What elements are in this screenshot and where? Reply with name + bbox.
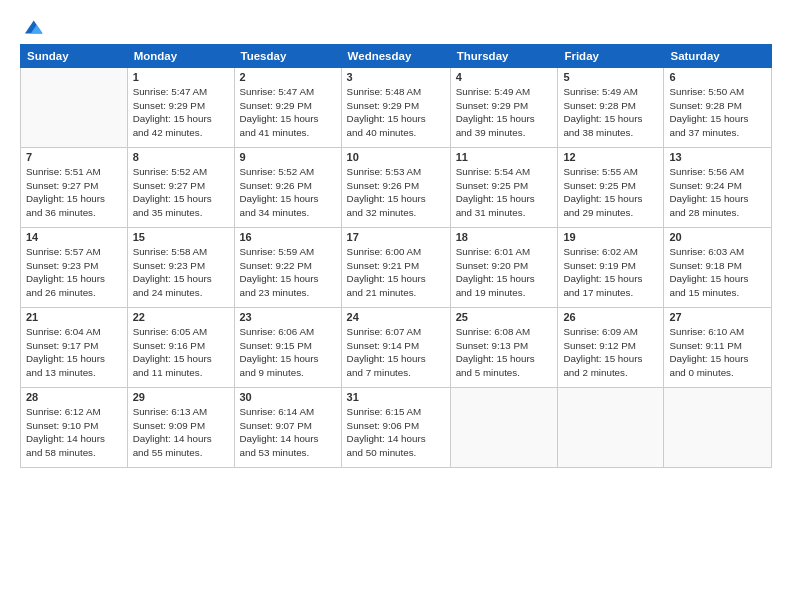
cell-info: Sunrise: 5:56 AMSunset: 9:24 PMDaylight:… — [669, 165, 766, 220]
calendar-cell: 5Sunrise: 5:49 AMSunset: 9:28 PMDaylight… — [558, 68, 664, 148]
cell-info: Sunrise: 5:55 AMSunset: 9:25 PMDaylight:… — [563, 165, 658, 220]
logo-icon — [22, 16, 44, 38]
calendar-cell: 18Sunrise: 6:01 AMSunset: 9:20 PMDayligh… — [450, 228, 558, 308]
calendar-week-5: 28Sunrise: 6:12 AMSunset: 9:10 PMDayligh… — [21, 388, 772, 468]
calendar-cell: 25Sunrise: 6:08 AMSunset: 9:13 PMDayligh… — [450, 308, 558, 388]
day-number: 4 — [456, 71, 553, 83]
calendar-header-row: SundayMondayTuesdayWednesdayThursdayFrid… — [21, 45, 772, 68]
cell-info: Sunrise: 6:00 AMSunset: 9:21 PMDaylight:… — [347, 245, 445, 300]
cell-info: Sunrise: 6:04 AMSunset: 9:17 PMDaylight:… — [26, 325, 122, 380]
calendar-cell: 10Sunrise: 5:53 AMSunset: 9:26 PMDayligh… — [341, 148, 450, 228]
cell-info: Sunrise: 5:59 AMSunset: 9:22 PMDaylight:… — [240, 245, 336, 300]
day-number: 10 — [347, 151, 445, 163]
cell-info: Sunrise: 5:52 AMSunset: 9:27 PMDaylight:… — [133, 165, 229, 220]
day-number: 11 — [456, 151, 553, 163]
day-number: 26 — [563, 311, 658, 323]
cell-info: Sunrise: 5:50 AMSunset: 9:28 PMDaylight:… — [669, 85, 766, 140]
cell-info: Sunrise: 5:53 AMSunset: 9:26 PMDaylight:… — [347, 165, 445, 220]
calendar-cell: 6Sunrise: 5:50 AMSunset: 9:28 PMDaylight… — [664, 68, 772, 148]
cell-info: Sunrise: 6:10 AMSunset: 9:11 PMDaylight:… — [669, 325, 766, 380]
calendar-cell: 19Sunrise: 6:02 AMSunset: 9:19 PMDayligh… — [558, 228, 664, 308]
day-number: 31 — [347, 391, 445, 403]
cell-info: Sunrise: 5:57 AMSunset: 9:23 PMDaylight:… — [26, 245, 122, 300]
calendar-header-saturday: Saturday — [664, 45, 772, 68]
calendar-cell: 11Sunrise: 5:54 AMSunset: 9:25 PMDayligh… — [450, 148, 558, 228]
cell-info: Sunrise: 6:12 AMSunset: 9:10 PMDaylight:… — [26, 405, 122, 460]
calendar-week-3: 14Sunrise: 5:57 AMSunset: 9:23 PMDayligh… — [21, 228, 772, 308]
cell-info: Sunrise: 6:14 AMSunset: 9:07 PMDaylight:… — [240, 405, 336, 460]
logo — [20, 16, 44, 34]
cell-info: Sunrise: 5:49 AMSunset: 9:29 PMDaylight:… — [456, 85, 553, 140]
day-number: 24 — [347, 311, 445, 323]
calendar-cell — [664, 388, 772, 468]
day-number: 19 — [563, 231, 658, 243]
cell-info: Sunrise: 5:51 AMSunset: 9:27 PMDaylight:… — [26, 165, 122, 220]
calendar-cell: 21Sunrise: 6:04 AMSunset: 9:17 PMDayligh… — [21, 308, 128, 388]
calendar-cell — [21, 68, 128, 148]
cell-info: Sunrise: 5:48 AMSunset: 9:29 PMDaylight:… — [347, 85, 445, 140]
calendar-cell: 27Sunrise: 6:10 AMSunset: 9:11 PMDayligh… — [664, 308, 772, 388]
calendar-week-2: 7Sunrise: 5:51 AMSunset: 9:27 PMDaylight… — [21, 148, 772, 228]
calendar-cell: 31Sunrise: 6:15 AMSunset: 9:06 PMDayligh… — [341, 388, 450, 468]
calendar-header-monday: Monday — [127, 45, 234, 68]
cell-info: Sunrise: 5:47 AMSunset: 9:29 PMDaylight:… — [133, 85, 229, 140]
calendar-cell: 17Sunrise: 6:00 AMSunset: 9:21 PMDayligh… — [341, 228, 450, 308]
cell-info: Sunrise: 6:13 AMSunset: 9:09 PMDaylight:… — [133, 405, 229, 460]
calendar-cell: 7Sunrise: 5:51 AMSunset: 9:27 PMDaylight… — [21, 148, 128, 228]
cell-info: Sunrise: 5:49 AMSunset: 9:28 PMDaylight:… — [563, 85, 658, 140]
day-number: 14 — [26, 231, 122, 243]
cell-info: Sunrise: 6:15 AMSunset: 9:06 PMDaylight:… — [347, 405, 445, 460]
calendar-cell: 12Sunrise: 5:55 AMSunset: 9:25 PMDayligh… — [558, 148, 664, 228]
calendar-cell: 8Sunrise: 5:52 AMSunset: 9:27 PMDaylight… — [127, 148, 234, 228]
cell-info: Sunrise: 6:03 AMSunset: 9:18 PMDaylight:… — [669, 245, 766, 300]
calendar-cell: 4Sunrise: 5:49 AMSunset: 9:29 PMDaylight… — [450, 68, 558, 148]
cell-info: Sunrise: 5:52 AMSunset: 9:26 PMDaylight:… — [240, 165, 336, 220]
cell-info: Sunrise: 5:58 AMSunset: 9:23 PMDaylight:… — [133, 245, 229, 300]
calendar-cell: 30Sunrise: 6:14 AMSunset: 9:07 PMDayligh… — [234, 388, 341, 468]
day-number: 30 — [240, 391, 336, 403]
day-number: 6 — [669, 71, 766, 83]
cell-info: Sunrise: 5:47 AMSunset: 9:29 PMDaylight:… — [240, 85, 336, 140]
calendar-cell — [558, 388, 664, 468]
day-number: 9 — [240, 151, 336, 163]
cell-info: Sunrise: 6:09 AMSunset: 9:12 PMDaylight:… — [563, 325, 658, 380]
calendar-cell: 13Sunrise: 5:56 AMSunset: 9:24 PMDayligh… — [664, 148, 772, 228]
day-number: 5 — [563, 71, 658, 83]
day-number: 25 — [456, 311, 553, 323]
day-number: 28 — [26, 391, 122, 403]
calendar-cell: 2Sunrise: 5:47 AMSunset: 9:29 PMDaylight… — [234, 68, 341, 148]
calendar-cell: 23Sunrise: 6:06 AMSunset: 9:15 PMDayligh… — [234, 308, 341, 388]
day-number: 2 — [240, 71, 336, 83]
calendar-cell: 16Sunrise: 5:59 AMSunset: 9:22 PMDayligh… — [234, 228, 341, 308]
cell-info: Sunrise: 5:54 AMSunset: 9:25 PMDaylight:… — [456, 165, 553, 220]
calendar-cell: 29Sunrise: 6:13 AMSunset: 9:09 PMDayligh… — [127, 388, 234, 468]
calendar-cell: 24Sunrise: 6:07 AMSunset: 9:14 PMDayligh… — [341, 308, 450, 388]
day-number: 13 — [669, 151, 766, 163]
day-number: 18 — [456, 231, 553, 243]
day-number: 23 — [240, 311, 336, 323]
calendar-week-1: 1Sunrise: 5:47 AMSunset: 9:29 PMDaylight… — [21, 68, 772, 148]
calendar-cell: 15Sunrise: 5:58 AMSunset: 9:23 PMDayligh… — [127, 228, 234, 308]
day-number: 3 — [347, 71, 445, 83]
cell-info: Sunrise: 6:06 AMSunset: 9:15 PMDaylight:… — [240, 325, 336, 380]
day-number: 8 — [133, 151, 229, 163]
day-number: 7 — [26, 151, 122, 163]
calendar-header-friday: Friday — [558, 45, 664, 68]
calendar-cell: 14Sunrise: 5:57 AMSunset: 9:23 PMDayligh… — [21, 228, 128, 308]
calendar-cell: 22Sunrise: 6:05 AMSunset: 9:16 PMDayligh… — [127, 308, 234, 388]
day-number: 29 — [133, 391, 229, 403]
cell-info: Sunrise: 6:07 AMSunset: 9:14 PMDaylight:… — [347, 325, 445, 380]
calendar-cell: 20Sunrise: 6:03 AMSunset: 9:18 PMDayligh… — [664, 228, 772, 308]
day-number: 17 — [347, 231, 445, 243]
cell-info: Sunrise: 6:01 AMSunset: 9:20 PMDaylight:… — [456, 245, 553, 300]
calendar-week-4: 21Sunrise: 6:04 AMSunset: 9:17 PMDayligh… — [21, 308, 772, 388]
day-number: 1 — [133, 71, 229, 83]
calendar-header-thursday: Thursday — [450, 45, 558, 68]
calendar-cell: 1Sunrise: 5:47 AMSunset: 9:29 PMDaylight… — [127, 68, 234, 148]
calendar-header-wednesday: Wednesday — [341, 45, 450, 68]
day-number: 27 — [669, 311, 766, 323]
calendar-cell: 9Sunrise: 5:52 AMSunset: 9:26 PMDaylight… — [234, 148, 341, 228]
cell-info: Sunrise: 6:08 AMSunset: 9:13 PMDaylight:… — [456, 325, 553, 380]
cell-info: Sunrise: 6:02 AMSunset: 9:19 PMDaylight:… — [563, 245, 658, 300]
day-number: 22 — [133, 311, 229, 323]
